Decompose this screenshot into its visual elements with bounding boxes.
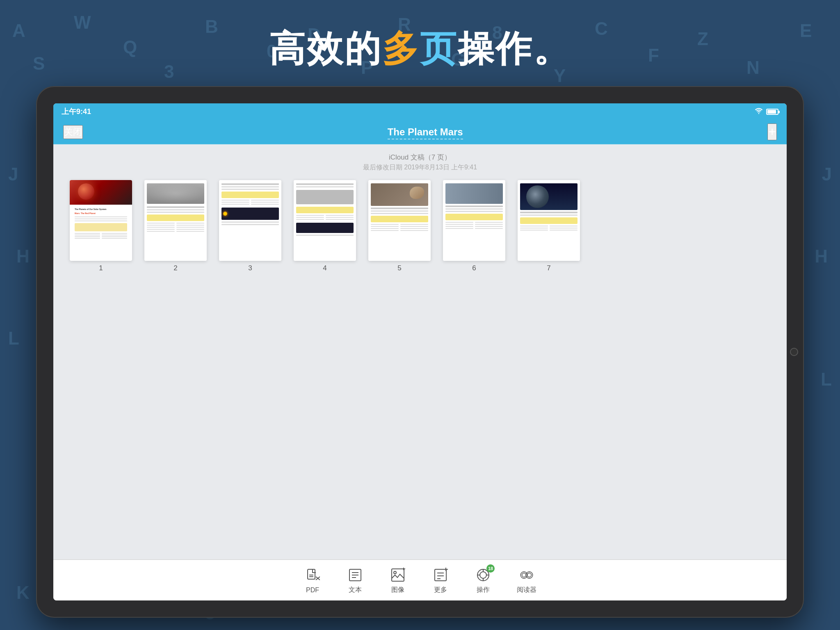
- svg-point-27: [522, 573, 526, 577]
- page1-title: The Planets of Our Solar System: [75, 208, 127, 210]
- pages-grid: The Planets of Our Solar System Mars: Th…: [66, 180, 774, 272]
- navigation-bar: 关闭 The Planet Mars +: [53, 120, 787, 144]
- ipad-home-button[interactable]: [790, 348, 798, 356]
- page-number-4: 4: [323, 264, 326, 272]
- pdf-label: PDF: [306, 587, 319, 594]
- status-icons: [755, 107, 778, 116]
- ipad-screen: 上午9:41 关闭 The Planet Mars +: [53, 103, 787, 600]
- page-item-5[interactable]: 5: [368, 180, 431, 272]
- toolbar-item-reader[interactable]: 阅读器: [517, 566, 536, 594]
- headline-highlight-blue: 页: [420, 28, 458, 69]
- reader-icon: [518, 566, 536, 584]
- action-label: 操作: [477, 586, 490, 594]
- page1-subtitle: Mars: The Red Planet: [75, 212, 127, 215]
- page6-highlight: [445, 214, 503, 220]
- close-button[interactable]: 关闭: [63, 125, 83, 139]
- page-number-6: 6: [472, 264, 476, 272]
- page5-rover-image: [371, 183, 428, 206]
- page-number-7: 7: [547, 264, 550, 272]
- toolbar-item-text[interactable]: 文本: [346, 566, 364, 594]
- page4-image: [296, 190, 354, 204]
- wifi-icon: [755, 107, 763, 116]
- svg-point-21: [480, 572, 486, 578]
- page-thumbnail-1: The Planets of Our Solar System Mars: Th…: [70, 180, 132, 261]
- page-thumbnail-5: [368, 180, 431, 261]
- page4-highlight: [296, 207, 354, 213]
- bottom-toolbar: PDF 文本: [53, 559, 787, 600]
- page-thumbnail-6: [443, 180, 505, 261]
- page1-highlight-block: [75, 223, 127, 231]
- page-thumbnail-2: [144, 180, 207, 261]
- action-icon: 18: [474, 566, 492, 584]
- page-number-3: 3: [248, 264, 252, 272]
- toolbar-item-image[interactable]: 图像: [389, 566, 407, 594]
- main-content: iCloud 文稿（7 页） 最后修改日期 2019年8月13日 上午9:41 …: [53, 144, 787, 559]
- page2-highlight: [147, 215, 204, 221]
- page4-phases-image: [296, 223, 354, 233]
- page-item-3[interactable]: 3: [219, 180, 281, 272]
- doc-info-title: iCloud 文稿（7 页）: [66, 153, 774, 162]
- toolbar-item-pdf[interactable]: PDF: [304, 567, 322, 594]
- status-bar: 上午9:41: [53, 103, 787, 120]
- more-icon: [431, 566, 450, 584]
- reader-label: 阅读器: [517, 586, 536, 594]
- page5-highlight: [371, 216, 428, 222]
- page6-image: [445, 183, 503, 204]
- image-icon: [389, 566, 407, 584]
- page-thumbnail-7: [518, 180, 580, 261]
- svg-point-0: [758, 113, 760, 114]
- page-number-1: 1: [99, 264, 103, 272]
- page-item-4[interactable]: 4: [294, 180, 356, 272]
- text-label: 文本: [349, 586, 362, 594]
- document-info: iCloud 文稿（7 页） 最后修改日期 2019年8月13日 上午9:41: [66, 153, 774, 172]
- toolbar-item-action[interactable]: 18 操作: [474, 566, 492, 594]
- more-label: 更多: [434, 586, 447, 594]
- headline-part4: 操作。: [458, 28, 571, 69]
- page7-planet-image: [520, 183, 578, 210]
- status-time: 上午9:41: [62, 107, 91, 116]
- svg-point-11: [394, 571, 396, 574]
- page2-image: [147, 183, 204, 204]
- page3-solar-system-image: [221, 208, 279, 220]
- headline: 高效的多页操作。: [0, 25, 840, 73]
- page7-highlight: [520, 217, 578, 224]
- document-title: The Planet Mars: [388, 126, 463, 138]
- doc-info-date: 最后修改日期 2019年8月13日 上午9:41: [66, 163, 774, 172]
- page-thumbnail-4: [294, 180, 356, 261]
- ipad-device: 上午9:41 关闭 The Planet Mars +: [36, 86, 804, 618]
- page-item-6[interactable]: 6: [443, 180, 505, 272]
- page1-mars-image: [70, 180, 132, 205]
- text-icon: [346, 566, 364, 584]
- svg-point-29: [527, 573, 532, 577]
- add-button[interactable]: +: [767, 123, 777, 140]
- page-item-2[interactable]: 2: [144, 180, 207, 272]
- action-badge: 18: [486, 564, 495, 573]
- svg-rect-1: [308, 569, 315, 579]
- headline-highlight-orange: 多: [382, 28, 420, 69]
- page3-highlight: [221, 192, 279, 198]
- page-number-2: 2: [173, 264, 177, 272]
- image-label: 图像: [391, 586, 404, 594]
- battery-icon: [766, 109, 778, 115]
- page-item-1[interactable]: The Planets of Our Solar System Mars: Th…: [70, 180, 132, 272]
- svg-rect-10: [392, 569, 404, 581]
- toolbar-item-more[interactable]: 更多: [431, 566, 450, 594]
- page-item-7[interactable]: 7: [518, 180, 580, 272]
- page-number-5: 5: [397, 264, 401, 272]
- headline-part1: 高效的: [269, 28, 382, 69]
- pdf-icon: [304, 567, 322, 585]
- page-thumbnail-3: [219, 180, 281, 261]
